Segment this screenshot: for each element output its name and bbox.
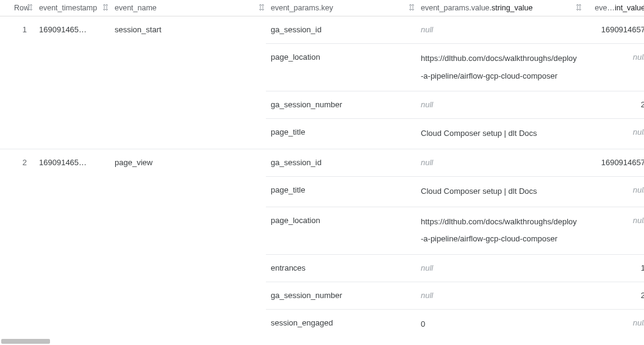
scrollbar-thumb[interactable] [1,339,50,344]
cell-event-name: page_view [110,149,266,340]
col-header-string-value[interactable]: event_params.value.string_value [416,0,583,16]
null-value: null [633,318,644,327]
null-value: null [633,127,644,137]
cell-param-key: page_location [266,207,416,254]
cell-int-value: null [583,176,644,207]
col-header-params-key-label: event_params.key [271,4,333,12]
cell-string-value: null [416,91,583,119]
resize-handle-icon[interactable] [259,4,265,12]
col-header-int-value[interactable]: eve…int_value [583,0,644,16]
cell-int-value: 2 [583,91,644,119]
cell-string-value: null [416,254,583,282]
cell-param-key: session_engaged [266,309,416,340]
col-header-event-name[interactable]: event_name [110,0,266,16]
cell-string-value: null [416,149,583,176]
null-value: null [633,52,644,62]
horizontal-scrollbar[interactable] [0,336,644,345]
resize-handle-icon[interactable] [409,4,415,12]
cell-int-value: null [583,309,644,340]
table-body: 1169091465…session_startga_session_idnul… [0,16,644,346]
cell-string-value: Cloud Composer setup | dlt Docs [416,119,583,149]
cell-row-number: 1 [0,16,34,149]
cell-string-value: Cloud Composer setup | dlt Docs [416,176,583,207]
null-value: null [633,216,644,225]
cell-int-value: null [583,119,644,149]
cell-string-value: https://dlthub.com/docs/walkthroughs/dep… [416,207,583,254]
cell-int-value: 2 [583,282,644,309]
cell-param-key: ga_session_number [266,282,416,309]
cell-int-value: 1 [583,254,644,282]
resize-handle-icon[interactable] [102,4,109,12]
cell-param-key: entrances [266,254,416,282]
null-value: null [421,291,433,300]
results-table: Row event_timestamp event_name event_par… [0,0,644,345]
cell-param-key: ga_session_id [266,16,416,44]
col-header-int-value-bold: int_value [615,4,644,12]
cell-param-key: ga_session_id [266,149,416,176]
cell-string-value: null [416,16,583,44]
cell-param-key: page_title [266,176,416,207]
cell-param-key: page_title [266,119,416,149]
cell-param-key: page_location [266,44,416,91]
cell-string-value: https://dlthub.com/docs/walkthroughs/dep… [416,44,583,91]
table-row: 2169091465…page_viewga_session_idnull169… [0,149,644,176]
col-header-string-value-bold: string_value [492,4,532,12]
cell-int-value: 1690914657 [583,16,644,44]
table-row: 1169091465…session_startga_session_idnul… [0,16,644,44]
col-header-timestamp-label: event_timestamp [39,4,97,12]
cell-event-timestamp: 169091465… [34,149,110,340]
col-header-string-value-prefix: event_params.value. [421,4,492,12]
null-value: null [421,263,433,272]
col-header-params-key[interactable]: event_params.key [266,0,416,16]
null-value: null [421,25,433,34]
col-header-event-name-label: event_name [115,4,157,12]
col-header-row[interactable]: Row [0,0,34,16]
null-value: null [421,158,433,167]
cell-row-number: 2 [0,149,34,340]
cell-param-key: ga_session_number [266,91,416,119]
cell-event-timestamp: 169091465… [34,16,110,149]
cell-int-value: null [583,207,644,254]
cell-string-value: null [416,282,583,309]
col-header-timestamp[interactable]: event_timestamp [34,0,110,16]
null-value: null [421,100,433,109]
table-header: Row event_timestamp event_name event_par… [0,0,644,16]
cell-event-name: session_start [110,16,266,149]
resize-handle-icon[interactable] [576,4,582,12]
cell-int-value: null [583,44,644,91]
resize-handle-icon[interactable] [27,4,33,12]
null-value: null [633,185,644,194]
col-header-int-value-prefix: eve… [595,4,615,12]
cell-string-value: 0 [416,309,583,340]
cell-int-value: 1690914657 [583,149,644,176]
